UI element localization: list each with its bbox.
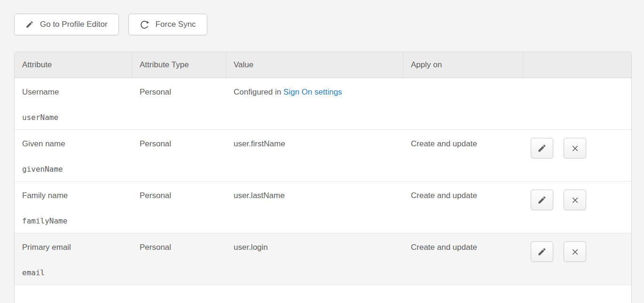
delete-attribute-button[interactable] <box>564 138 586 159</box>
attribute-cell: Username userName <box>15 78 132 129</box>
sign-on-settings-link[interactable]: Sign On settings <box>283 88 342 96</box>
delete-attribute-button[interactable] <box>564 241 586 262</box>
go-to-profile-editor-button[interactable]: Go to Profile Editor <box>14 14 119 35</box>
value-text: Configured in <box>234 88 283 96</box>
close-icon <box>571 144 580 153</box>
force-sync-label: Force Sync <box>156 20 196 29</box>
attribute-type-cell: Personal <box>132 130 226 181</box>
go-to-profile-editor-label: Go to Profile Editor <box>40 20 108 29</box>
close-icon <box>571 247 580 256</box>
attribute-cell: Family name familyName <box>15 182 132 233</box>
column-header-attribute-type: Attribute Type <box>132 52 226 78</box>
value-cell: Configured in Sign On settings <box>226 78 403 129</box>
edit-attribute-button[interactable] <box>531 241 553 262</box>
table-row-family-name: Family name familyName Personal user.las… <box>15 182 631 233</box>
column-header-value: Value <box>226 52 403 78</box>
actions-cell <box>523 182 631 233</box>
edit-attribute-button[interactable] <box>531 190 553 210</box>
attribute-cell: Primary email email <box>15 233 132 285</box>
pencil-icon <box>537 144 547 153</box>
attribute-type-cell: Personal <box>132 233 226 285</box>
value-cell: user.lastName <box>226 182 403 233</box>
attribute-label: Family name <box>22 191 125 201</box>
attribute-mappings-page: Go to Profile Editor Force Sync Attribut… <box>0 0 644 303</box>
actions-cell <box>523 233 631 285</box>
table-row-partial <box>15 285 631 303</box>
actions-cell <box>523 130 631 181</box>
apply-on-cell: Create and update <box>403 182 523 233</box>
attribute-type-cell: Personal <box>132 78 226 129</box>
attribute-variable: givenName <box>22 164 125 175</box>
force-sync-button[interactable]: Force Sync <box>128 14 207 35</box>
apply-on-cell: Create and update <box>403 233 523 285</box>
table-row-given-name: Given name givenName Personal user.first… <box>15 130 631 182</box>
attribute-variable: email <box>22 268 125 278</box>
apply-on-cell <box>403 78 523 129</box>
pencil-icon <box>25 20 34 29</box>
apply-on-cell: Create and update <box>403 130 523 181</box>
attribute-type-cell: Personal <box>132 182 226 233</box>
value-cell: user.login <box>226 233 403 285</box>
actions-cell <box>523 78 631 129</box>
column-header-apply-on: Apply on <box>403 52 523 78</box>
close-icon <box>571 196 580 205</box>
delete-attribute-button[interactable] <box>564 190 586 210</box>
toolbar: Go to Profile Editor Force Sync <box>14 14 632 35</box>
table-row-username: Username userName Personal Configured in… <box>15 78 631 130</box>
attribute-variable: userName <box>22 112 125 123</box>
pencil-icon <box>537 247 547 256</box>
column-header-attribute: Attribute <box>15 52 132 78</box>
attribute-cell: Given name givenName <box>15 130 132 181</box>
attribute-label: Primary email <box>22 242 125 253</box>
attribute-mappings-table: Attribute Attribute Type Value Apply on … <box>14 52 632 303</box>
value-cell: user.firstName <box>226 130 403 181</box>
column-header-actions <box>523 52 631 78</box>
table-row-primary-email: Primary email email Personal user.login … <box>15 233 631 285</box>
pencil-icon <box>537 195 547 205</box>
edit-attribute-button[interactable] <box>531 138 553 159</box>
attribute-label: Username <box>22 87 125 97</box>
refresh-icon <box>140 20 149 30</box>
table-header-row: Attribute Attribute Type Value Apply on <box>15 52 631 78</box>
attribute-variable: familyName <box>22 216 125 226</box>
attribute-label: Given name <box>22 139 125 149</box>
